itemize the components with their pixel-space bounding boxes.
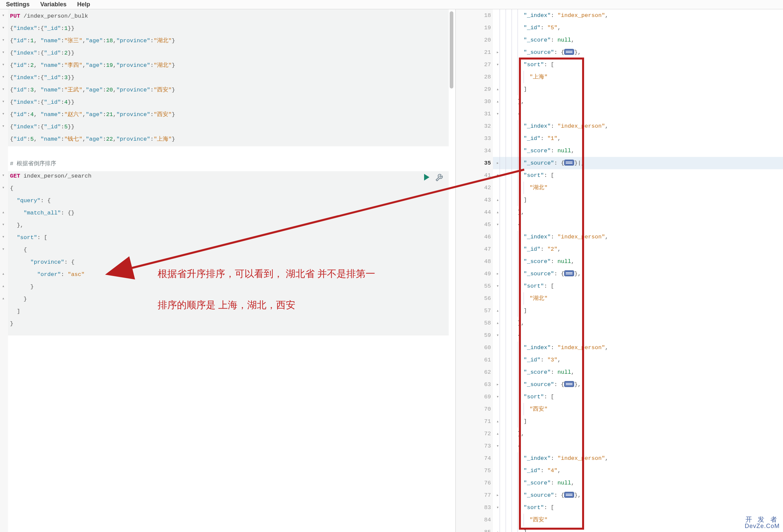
line-number: 60 xyxy=(456,341,493,354)
fold-toggle[interactable]: ▾ xyxy=(2,234,5,239)
request-editor-pane: ▾▾▾▾▾▾▾▾▾▾▾▾▴▾▾▾▴▴▴ PUT /index_person/_b… xyxy=(0,9,456,532)
fold-toggle[interactable]: ▾ xyxy=(496,169,499,181)
watermark: 开 发 者 DevZe.CoM xyxy=(745,516,780,529)
fold-toggle[interactable]: ▴ xyxy=(496,305,499,317)
line-number: 27▾ xyxy=(456,59,493,71)
line-number: 62 xyxy=(456,366,493,378)
line-number: 33 xyxy=(456,132,493,145)
menu-settings[interactable]: Settings xyxy=(6,1,30,8)
fold-toggle[interactable]: ▾ xyxy=(2,185,5,190)
fold-toggle[interactable]: ▾ xyxy=(2,111,5,117)
line-number: 73▾ xyxy=(456,440,493,452)
fold-toggle[interactable]: ▾ xyxy=(2,87,5,92)
line-number: 20 xyxy=(456,34,493,46)
fold-toggle[interactable]: ▾ xyxy=(2,37,5,42)
fold-toggle[interactable]: ▸ xyxy=(496,378,499,391)
fold-toggle[interactable]: ▾ xyxy=(2,74,5,79)
fold-toggle[interactable]: ▾ xyxy=(496,219,499,231)
line-number: 72▴ xyxy=(456,428,493,440)
line-number: 31▾ xyxy=(456,108,493,120)
line-number: 71▴ xyxy=(456,415,493,428)
line-number: 49▸ xyxy=(456,268,493,280)
line-number: 63▸ xyxy=(456,378,493,391)
line-number: 61 xyxy=(456,354,493,366)
fold-toggle[interactable]: ▾ xyxy=(2,173,5,178)
auto-indent-icon[interactable] xyxy=(435,173,443,181)
line-number: 45▾ xyxy=(456,219,493,231)
line-number: 46 xyxy=(456,231,493,243)
line-number: 43▴ xyxy=(456,194,493,206)
fold-toggle[interactable]: ▴ xyxy=(496,83,499,95)
line-number: 35▸ xyxy=(456,157,493,169)
line-number: 21▸ xyxy=(456,46,493,59)
left-gutter: ▾▾▾▾▾▾▾▾▾▾▾▾▴▾▾▾▴▴▴ xyxy=(0,9,8,532)
line-number: 85▴ xyxy=(456,526,493,532)
line-number: 84 xyxy=(456,514,493,526)
annotation-text-2: 排序的顺序是 上海，湖北，西安 xyxy=(158,299,295,312)
response-viewer[interactable]: "_index": "index_person","_id": "5","_sc… xyxy=(500,9,608,532)
line-number: 48 xyxy=(456,255,493,268)
menu-variables[interactable]: Variables xyxy=(40,1,66,8)
watermark-bottom: DevZe.CoM xyxy=(745,523,780,529)
fold-toggle[interactable]: ▴ xyxy=(496,415,499,428)
fold-toggle[interactable]: ▾ xyxy=(496,280,499,292)
fold-toggle[interactable]: ▴ xyxy=(496,428,499,440)
fold-toggle[interactable]: ▴ xyxy=(496,194,499,206)
line-number: 74 xyxy=(456,452,493,465)
fold-toggle[interactable]: ▴ xyxy=(2,209,5,215)
fold-toggle[interactable]: ▾ xyxy=(496,108,499,120)
fold-toggle[interactable]: ▾ xyxy=(2,49,5,55)
line-number: 75 xyxy=(456,465,493,477)
line-number: 70 xyxy=(456,403,493,415)
annotation-text-1: 根据省升序排序，可以看到， 湖北省 并不是排第一 xyxy=(158,267,375,280)
line-number: 19 xyxy=(456,22,493,34)
line-number: 18 xyxy=(456,9,493,22)
fold-toggle[interactable]: ▸ xyxy=(496,46,499,59)
line-number: 41▾ xyxy=(456,169,493,181)
line-number: 44▴ xyxy=(456,206,493,219)
fold-toggle[interactable]: ▸ xyxy=(496,489,499,501)
watermark-top: 开 发 者 xyxy=(745,516,780,523)
line-number: 32 xyxy=(456,120,493,132)
svg-marker-0 xyxy=(424,174,430,180)
fold-toggle[interactable]: ▸ xyxy=(496,157,499,169)
menubar: Settings Variables Help xyxy=(0,0,783,9)
run-request-icon[interactable] xyxy=(424,173,430,181)
fold-toggle[interactable]: ▸ xyxy=(496,268,499,280)
fold-toggle[interactable]: ▾ xyxy=(2,246,5,252)
line-number: 58▴ xyxy=(456,317,493,329)
fold-toggle[interactable]: ▴ xyxy=(496,526,499,532)
line-number: 83▾ xyxy=(456,501,493,514)
fold-toggle[interactable]: ▾ xyxy=(496,440,499,452)
fold-toggle[interactable]: ▾ xyxy=(2,99,5,104)
line-number: 69▾ xyxy=(456,391,493,403)
line-number: 59▾ xyxy=(456,329,493,341)
fold-toggle[interactable]: ▴ xyxy=(496,95,499,108)
fold-toggle[interactable]: ▾ xyxy=(2,62,5,67)
request-editor[interactable]: PUT /index_person/_bulk{"index":{"_id":1… xyxy=(10,10,451,330)
fold-toggle[interactable]: ▾ xyxy=(2,13,5,18)
fold-toggle[interactable]: ▾ xyxy=(2,123,5,129)
fold-toggle[interactable]: ▾ xyxy=(496,391,499,403)
fold-toggle[interactable]: ▴ xyxy=(2,283,5,289)
line-number: 34 xyxy=(456,145,493,157)
line-number: 47 xyxy=(456,243,493,255)
fold-toggle[interactable]: ▴ xyxy=(496,206,499,219)
line-number: 55▾ xyxy=(456,280,493,292)
line-number: 28 xyxy=(456,71,493,83)
response-viewer-pane: 18192021▸27▾2829▴30▴31▾32333435▸41▾4243▴… xyxy=(456,9,783,532)
fold-toggle[interactable]: ▴ xyxy=(496,317,499,329)
fold-toggle[interactable]: ▴ xyxy=(2,271,5,276)
line-number: 57▴ xyxy=(456,305,493,317)
line-number: 56 xyxy=(456,292,493,305)
fold-toggle[interactable]: ▾ xyxy=(496,59,499,71)
menu-help[interactable]: Help xyxy=(77,1,90,8)
fold-toggle[interactable]: ▾ xyxy=(2,222,5,227)
line-number: 76 xyxy=(456,477,493,489)
line-number: 30▴ xyxy=(456,95,493,108)
fold-toggle[interactable]: ▾ xyxy=(2,25,5,30)
fold-toggle[interactable]: ▾ xyxy=(496,329,499,341)
fold-toggle[interactable]: ▾ xyxy=(496,501,499,514)
fold-toggle[interactable]: ▴ xyxy=(2,296,5,301)
line-number: 77▸ xyxy=(456,489,493,501)
